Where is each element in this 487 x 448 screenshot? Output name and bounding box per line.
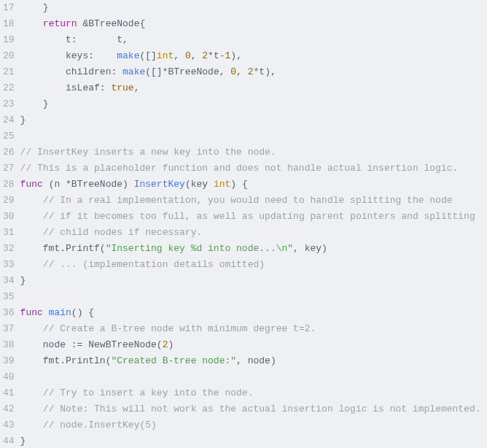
line-number: 44 [3, 433, 15, 448]
code-token: ([] [139, 50, 156, 61]
code-line[interactable] [20, 369, 487, 385]
code-token: node := NewBTreeNode( [20, 339, 163, 350]
code-token: // node.InsertKey(5) [43, 420, 157, 430]
code-line[interactable] [20, 128, 487, 144]
code-token: // Try to insert a key into the node. [43, 387, 254, 398]
code-token: } [20, 115, 26, 125]
code-line[interactable]: t: t, [20, 32, 487, 48]
code-line[interactable]: } [20, 433, 487, 448]
code-token: // child nodes if necessary. [43, 227, 202, 238]
line-number: 24 [3, 112, 15, 128]
line-number: 19 [3, 32, 15, 48]
line-number: 41 [3, 385, 15, 401]
code-line[interactable]: return &BTreeNode{ [20, 16, 487, 32]
code-line[interactable]: // node.InsertKey(5) [20, 417, 487, 433]
code-token [20, 18, 43, 29]
code-token: // In a real implementation, you would n… [43, 195, 453, 206]
line-number-gutter: 1718192021222324252627282930313233343536… [0, 0, 20, 448]
code-line[interactable]: fmt.Printf("Inserting key %d into node..… [20, 241, 487, 257]
line-number: 28 [3, 177, 15, 193]
code-token: } [20, 436, 26, 447]
code-token: () { [71, 307, 94, 318]
code-token: fmt.Println( [20, 355, 112, 366]
code-token: *t [208, 50, 219, 61]
line-number: 40 [3, 369, 15, 385]
line-number: 17 [3, 0, 15, 16]
code-token: func [20, 179, 43, 190]
code-token [20, 420, 43, 430]
line-number: 37 [3, 321, 15, 337]
code-line[interactable]: // ... (implementation details omitted) [20, 257, 487, 273]
line-number: 42 [3, 401, 15, 417]
code-lines[interactable]: } return &BTreeNode{ t: t, keys: make([]… [20, 0, 487, 448]
code-block: 1718192021222324252627282930313233343536… [0, 0, 487, 448]
line-number: 43 [3, 417, 15, 433]
code-line[interactable]: node := NewBTreeNode(2) [20, 337, 487, 353]
code-token: // This is a placeholder function and do… [20, 163, 459, 174]
line-number: 18 [3, 16, 15, 32]
code-line[interactable]: } [20, 273, 487, 289]
line-number: 34 [3, 273, 15, 289]
code-token: , [134, 82, 140, 93]
code-line[interactable]: // if it becomes too full, as well as up… [20, 209, 487, 225]
code-token: "Inserting key %d into node...\n" [106, 243, 293, 254]
code-token: func [20, 307, 43, 318]
line-number: 21 [3, 64, 15, 80]
code-line[interactable]: func main() { [20, 305, 487, 321]
code-line[interactable]: isLeaf: true, [20, 80, 487, 96]
code-token: main [49, 307, 71, 318]
code-line[interactable]: // This is a placeholder function and do… [20, 161, 487, 177]
code-line[interactable]: // In a real implementation, you would n… [20, 193, 487, 209]
code-token: *t), [254, 66, 276, 77]
line-number: 27 [3, 161, 15, 177]
line-number: 36 [3, 305, 15, 321]
code-token: // if it becomes too full, as well as up… [43, 211, 475, 222]
line-number: 25 [3, 128, 15, 144]
line-number: 22 [3, 80, 15, 96]
line-number: 35 [3, 289, 15, 305]
line-number: 38 [3, 337, 15, 353]
code-token [20, 387, 43, 398]
code-token: // ... (implementation details omitted) [43, 259, 265, 270]
code-line[interactable]: children: make([]*BTreeNode, 0, 2*t), [20, 64, 487, 80]
code-token: make [117, 50, 139, 61]
code-token: int [157, 50, 174, 61]
code-line[interactable]: func (n *BTreeNode) InsertKey(key int) { [20, 177, 487, 193]
code-line[interactable]: } [20, 0, 487, 16]
code-token: InsertKey [134, 179, 185, 190]
code-line[interactable]: // InsertKey inserts a new key into the … [20, 144, 487, 161]
code-line[interactable] [20, 289, 487, 305]
code-token [43, 307, 49, 318]
line-number: 30 [3, 209, 15, 225]
code-token: ([]*BTreeNode, [145, 66, 230, 77]
code-token [20, 227, 43, 238]
code-token: 2 [202, 50, 208, 61]
code-token: , node) [236, 355, 276, 366]
code-token: , [174, 50, 185, 61]
line-number: 39 [3, 353, 15, 369]
code-token: fmt.Printf( [20, 243, 106, 254]
code-token: ) [168, 339, 174, 350]
code-token: , [236, 66, 248, 77]
code-line[interactable]: fmt.Println("Created B-tree node:", node… [20, 353, 487, 369]
code-line[interactable]: // Create a B-tree node with minimum deg… [20, 321, 487, 337]
code-line[interactable]: // Try to insert a key into the node. [20, 385, 487, 401]
code-token: } [20, 99, 49, 109]
line-number: 33 [3, 257, 15, 273]
code-line[interactable]: } [20, 96, 487, 112]
code-token: (key [185, 179, 214, 190]
code-token: make [122, 66, 145, 77]
code-line[interactable]: // Note: This will not work as the actua… [20, 401, 487, 417]
code-token: keys: [20, 50, 117, 61]
code-line[interactable]: // child nodes if necessary. [20, 225, 487, 241]
code-token: , [191, 50, 203, 61]
code-token: children: [20, 66, 122, 77]
code-token: // Note: This will not work as the actua… [43, 403, 481, 414]
code-token: 0 [185, 50, 191, 61]
code-token: // InsertKey inserts a new key into the … [20, 147, 276, 158]
code-token: (n *BTreeNode) [43, 179, 134, 190]
code-line[interactable]: keys: make([]int, 0, 2*t-1), [20, 48, 487, 64]
line-number: 20 [3, 48, 15, 64]
code-line[interactable]: } [20, 112, 487, 128]
code-token: // Create a B-tree node with minimum deg… [43, 323, 316, 334]
